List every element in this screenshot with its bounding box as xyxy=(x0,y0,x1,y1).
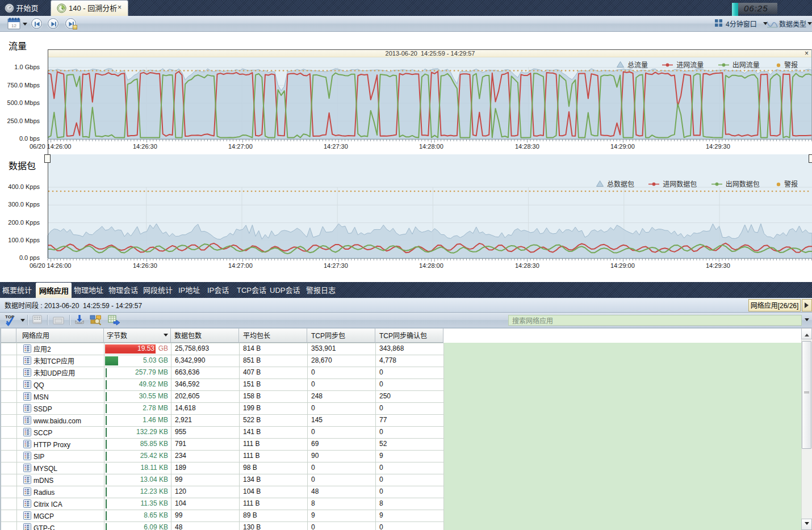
svg-text:TOP: TOP xyxy=(5,314,15,319)
